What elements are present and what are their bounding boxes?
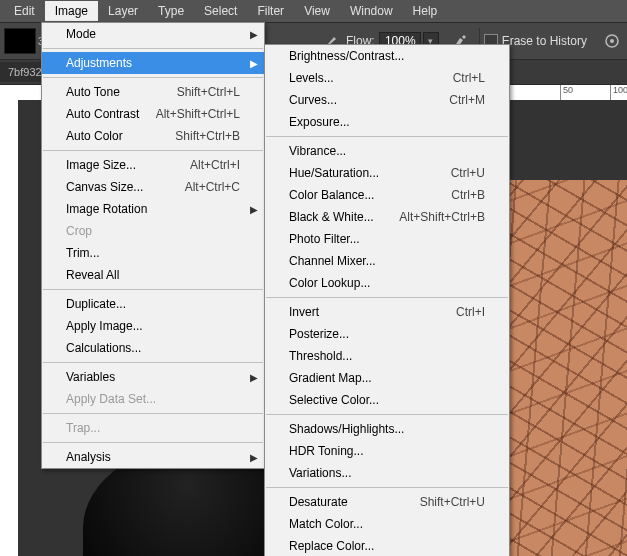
- adjustments-item-color-balance[interactable]: Color Balance...Ctrl+B: [265, 184, 509, 206]
- menu-item-label: Shadows/Highlights...: [289, 422, 485, 436]
- menu-item-shortcut: Ctrl+M: [449, 93, 485, 107]
- menu-item-label: Levels...: [289, 71, 439, 85]
- menu-item-label: Color Balance...: [289, 188, 437, 202]
- menu-item-label: Auto Color: [66, 129, 161, 143]
- menubar: EditImageLayerTypeSelectFilterViewWindow…: [0, 0, 627, 23]
- menu-separator: [43, 413, 263, 414]
- menu-filter[interactable]: Filter: [247, 1, 294, 21]
- image-menu-item-crop: Crop: [42, 220, 264, 242]
- menu-separator: [266, 487, 508, 488]
- image-menu-item-auto-tone[interactable]: Auto ToneShift+Ctrl+L: [42, 81, 264, 103]
- menu-item-shortcut: Alt+Shift+Ctrl+L: [156, 107, 240, 121]
- menu-type[interactable]: Type: [148, 1, 194, 21]
- menu-image[interactable]: Image: [45, 1, 98, 21]
- menu-item-shortcut: Ctrl+L: [453, 71, 485, 85]
- image-menu-dropdown: Mode▶Adjustments▶Auto ToneShift+Ctrl+LAu…: [41, 22, 265, 469]
- adjustments-item-replace-color[interactable]: Replace Color...: [265, 535, 509, 556]
- menu-select[interactable]: Select: [194, 1, 247, 21]
- adjustments-item-black-white[interactable]: Black & White...Alt+Shift+Ctrl+B: [265, 206, 509, 228]
- image-menu-item-calculations[interactable]: Calculations...: [42, 337, 264, 359]
- adjustments-item-hue-saturation[interactable]: Hue/Saturation...Ctrl+U: [265, 162, 509, 184]
- image-menu-item-adjustments[interactable]: Adjustments▶: [42, 52, 264, 74]
- menu-item-label: Black & White...: [289, 210, 385, 224]
- image-menu-item-analysis[interactable]: Analysis▶: [42, 446, 264, 468]
- tablet-pressure-icon[interactable]: [603, 32, 621, 50]
- menu-item-label: Desaturate: [289, 495, 406, 509]
- menu-item-label: Apply Data Set...: [66, 392, 240, 406]
- menu-item-label: Auto Tone: [66, 85, 163, 99]
- image-menu-item-reveal-all[interactable]: Reveal All: [42, 264, 264, 286]
- menu-item-label: Analysis: [66, 450, 240, 464]
- adjustments-item-curves[interactable]: Curves...Ctrl+M: [265, 89, 509, 111]
- menu-item-label: Invert: [289, 305, 442, 319]
- menu-item-label: Threshold...: [289, 349, 485, 363]
- menu-separator: [43, 77, 263, 78]
- adjustments-item-selective-color[interactable]: Selective Color...: [265, 389, 509, 411]
- menu-item-shortcut: Ctrl+U: [451, 166, 485, 180]
- menu-item-label: Gradient Map...: [289, 371, 485, 385]
- menu-separator: [266, 297, 508, 298]
- adjustments-item-invert[interactable]: InvertCtrl+I: [265, 301, 509, 323]
- adjustments-item-posterize[interactable]: Posterize...: [265, 323, 509, 345]
- menu-item-label: Calculations...: [66, 341, 240, 355]
- menu-item-shortcut: Shift+Ctrl+B: [175, 129, 240, 143]
- adjustments-item-gradient-map[interactable]: Gradient Map...: [265, 367, 509, 389]
- menu-layer[interactable]: Layer: [98, 1, 148, 21]
- menu-item-label: Adjustments: [66, 56, 240, 70]
- menu-item-label: Duplicate...: [66, 297, 240, 311]
- adjustments-item-photo-filter[interactable]: Photo Filter...: [265, 228, 509, 250]
- image-menu-item-apply-data-set: Apply Data Set...: [42, 388, 264, 410]
- image-menu-item-mode[interactable]: Mode▶: [42, 23, 264, 45]
- adjustments-item-match-color[interactable]: Match Color...: [265, 513, 509, 535]
- menu-edit[interactable]: Edit: [4, 1, 45, 21]
- menu-item-label: Vibrance...: [289, 144, 485, 158]
- adjustments-item-color-lookup[interactable]: Color Lookup...: [265, 272, 509, 294]
- menu-help[interactable]: Help: [403, 1, 448, 21]
- menu-separator: [266, 136, 508, 137]
- menu-item-shortcut: Ctrl+B: [451, 188, 485, 202]
- menu-item-label: Brightness/Contrast...: [289, 49, 485, 63]
- image-menu-item-image-size[interactable]: Image Size...Alt+Ctrl+I: [42, 154, 264, 176]
- menu-item-shortcut: Alt+Ctrl+I: [190, 158, 240, 172]
- svg-point-1: [610, 39, 614, 43]
- image-menu-item-trap: Trap...: [42, 417, 264, 439]
- image-menu-item-auto-color[interactable]: Auto ColorShift+Ctrl+B: [42, 125, 264, 147]
- menu-item-shortcut: Ctrl+I: [456, 305, 485, 319]
- adjustments-item-threshold[interactable]: Threshold...: [265, 345, 509, 367]
- submenu-arrow-icon: ▶: [250, 372, 258, 383]
- adjustments-item-variations[interactable]: Variations...: [265, 462, 509, 484]
- menu-item-label: Canvas Size...: [66, 180, 171, 194]
- menu-item-label: Photo Filter...: [289, 232, 485, 246]
- adjustments-item-hdr-toning[interactable]: HDR Toning...: [265, 440, 509, 462]
- menu-window[interactable]: Window: [340, 1, 403, 21]
- image-menu-item-variables[interactable]: Variables▶: [42, 366, 264, 388]
- menu-item-shortcut: Shift+Ctrl+L: [177, 85, 240, 99]
- adjustments-item-desaturate[interactable]: DesaturateShift+Ctrl+U: [265, 491, 509, 513]
- image-menu-item-apply-image[interactable]: Apply Image...: [42, 315, 264, 337]
- adjustments-item-levels[interactable]: Levels...Ctrl+L: [265, 67, 509, 89]
- adjustments-item-vibrance[interactable]: Vibrance...: [265, 140, 509, 162]
- submenu-arrow-icon: ▶: [250, 58, 258, 69]
- menu-item-label: Apply Image...: [66, 319, 240, 333]
- menu-separator: [266, 414, 508, 415]
- menu-item-label: Image Rotation: [66, 202, 240, 216]
- adjustments-item-exposure[interactable]: Exposure...: [265, 111, 509, 133]
- adjustments-item-shadows-highlights[interactable]: Shadows/Highlights...: [265, 418, 509, 440]
- menu-item-label: Posterize...: [289, 327, 485, 341]
- menu-view[interactable]: View: [294, 1, 340, 21]
- menu-separator: [43, 150, 263, 151]
- image-menu-item-trim[interactable]: Trim...: [42, 242, 264, 264]
- brush-preview-swatch[interactable]: [4, 28, 36, 54]
- submenu-arrow-icon: ▶: [250, 452, 258, 463]
- menu-item-shortcut: Shift+Ctrl+U: [420, 495, 485, 509]
- adjustments-item-brightness-contrast[interactable]: Brightness/Contrast...: [265, 45, 509, 67]
- adjustments-item-channel-mixer[interactable]: Channel Mixer...: [265, 250, 509, 272]
- image-menu-item-canvas-size[interactable]: Canvas Size...Alt+Ctrl+C: [42, 176, 264, 198]
- image-menu-item-auto-contrast[interactable]: Auto ContrastAlt+Shift+Ctrl+L: [42, 103, 264, 125]
- menu-item-shortcut: Alt+Shift+Ctrl+B: [399, 210, 485, 224]
- image-menu-item-image-rotation[interactable]: Image Rotation▶: [42, 198, 264, 220]
- image-menu-item-duplicate[interactable]: Duplicate...: [42, 293, 264, 315]
- menu-item-label: Variations...: [289, 466, 485, 480]
- menu-item-label: Trim...: [66, 246, 240, 260]
- menu-item-label: Crop: [66, 224, 240, 238]
